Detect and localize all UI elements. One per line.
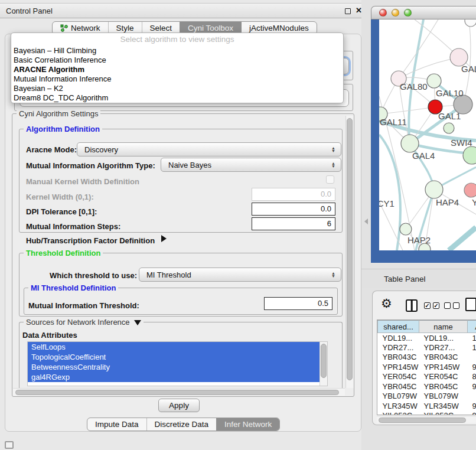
table-cell[interactable]: YDL19... bbox=[419, 333, 468, 343]
table-cell[interactable]: YBR045C bbox=[378, 381, 419, 392]
table-cell[interactable]: YBR043C bbox=[419, 353, 468, 363]
collapsed-panel-icon[interactable] bbox=[5, 441, 14, 449]
table-cell[interactable]: YER054C bbox=[378, 372, 419, 382]
manual-kernel-checkbox[interactable] bbox=[326, 175, 334, 184]
table-cell[interactable]: YBR045C bbox=[419, 381, 468, 392]
table-cell[interactable]: 9. bbox=[468, 381, 476, 392]
float-window-icon[interactable] bbox=[345, 8, 351, 14]
table-row[interactable]: YBL079WYBL079W bbox=[378, 392, 476, 402]
table-cell[interactable]: YIL052C bbox=[419, 411, 468, 416]
table-cell[interactable]: 13 bbox=[468, 333, 476, 343]
data-attributes-list[interactable]: SelfLoopsTopologicalCoefficientBetweenne… bbox=[27, 341, 328, 386]
network-node[interactable] bbox=[425, 181, 443, 198]
deselect-all-icon[interactable] bbox=[453, 302, 459, 309]
node-label: GAL4 bbox=[412, 151, 435, 161]
table-column-header[interactable]: name bbox=[419, 321, 468, 333]
table-cell[interactable]: 9. bbox=[468, 401, 476, 411]
table-cell[interactable]: YDR27... bbox=[378, 343, 419, 353]
network-node[interactable] bbox=[464, 183, 476, 197]
network-node[interactable] bbox=[444, 123, 454, 133]
hub-definition-label[interactable]: Hub/Transcription Factor Definition bbox=[26, 236, 155, 245]
settings-vertical-scrollbar[interactable] bbox=[345, 116, 354, 388]
zoom-traffic-icon[interactable] bbox=[404, 9, 412, 17]
mi-threshold-field[interactable]: 0.5 bbox=[264, 297, 332, 310]
table-cell[interactable]: 12 bbox=[468, 343, 476, 353]
algorithm-option[interactable]: Basic Correlation Inference bbox=[11, 56, 343, 65]
kernel-width-field[interactable]: 0.0 bbox=[252, 188, 335, 201]
chevron-updown-icon: ▲▼ bbox=[331, 146, 335, 152]
table-cell[interactable]: YPR145W bbox=[419, 362, 468, 372]
algorithm-option[interactable]: ARACNE Algorithm bbox=[11, 65, 343, 74]
table-cell[interactable]: 8. bbox=[468, 372, 476, 382]
network-node[interactable] bbox=[401, 135, 419, 152]
table-row[interactable]: YDL19...YDL19...13 bbox=[378, 333, 476, 343]
split-view-icon[interactable] bbox=[406, 299, 418, 312]
new-table-icon[interactable] bbox=[465, 298, 476, 311]
apply-button[interactable]: Apply bbox=[158, 399, 200, 412]
table-cell[interactable]: YER054C bbox=[419, 372, 468, 382]
tab-label: Select bbox=[150, 24, 172, 32]
data-attribute-item[interactable]: gal4RGexp bbox=[28, 372, 327, 382]
network-edge[interactable] bbox=[380, 107, 435, 114]
select-all-icon[interactable]: ✓ bbox=[424, 302, 431, 309]
table-row[interactable]: YPR145WYPR145W9. bbox=[378, 362, 476, 372]
deselect-all-icon[interactable] bbox=[444, 302, 451, 309]
table-row[interactable]: YBR045CYBR045C9. bbox=[378, 381, 476, 392]
aracne-mode-combo[interactable]: Discovery ▲▼ bbox=[77, 142, 341, 156]
data-attribute-item[interactable]: TopologicalCoefficient bbox=[28, 352, 327, 362]
table-cell[interactable]: 9. bbox=[468, 362, 476, 372]
table-cell[interactable]: YBR043C bbox=[378, 353, 419, 363]
table-row[interactable]: YER054CYER054C8. bbox=[378, 372, 476, 382]
minimize-traffic-icon[interactable] bbox=[392, 9, 399, 17]
table-cell[interactable] bbox=[468, 353, 476, 363]
table-cell[interactable]: YDR27... bbox=[419, 343, 468, 353]
close-traffic-icon[interactable] bbox=[379, 9, 387, 17]
network-edge[interactable] bbox=[449, 227, 476, 250]
algorithm-option[interactable]: Dream8 DC_TDC Algorithm bbox=[11, 93, 343, 103]
table-cell[interactable]: YIL052C bbox=[378, 411, 419, 416]
network-edge[interactable] bbox=[399, 57, 459, 79]
table-column-header[interactable]: shared... bbox=[378, 321, 419, 333]
triangle-right-icon[interactable] bbox=[161, 235, 167, 242]
data-attribute-item[interactable]: BetweennessCentrality bbox=[28, 362, 327, 372]
data-attribute-item[interactable]: SelfLoops bbox=[28, 342, 327, 352]
table-column-header[interactable]: A bbox=[468, 321, 476, 333]
mi-type-combo[interactable]: Naive Bayes ▲▼ bbox=[161, 158, 341, 172]
table-cell[interactable]: YPR145W bbox=[378, 362, 419, 372]
table-cell[interactable] bbox=[468, 392, 476, 402]
mi-steps-field[interactable]: 6 bbox=[252, 217, 335, 230]
tab-infer-network[interactable]: Infer Network bbox=[216, 418, 279, 431]
which-threshold-combo[interactable]: MI Threshold ▲▼ bbox=[139, 268, 341, 282]
table-cell[interactable]: YLR345W bbox=[419, 401, 468, 411]
table-row[interactable]: YIL052CYIL052C9 bbox=[378, 411, 476, 416]
tab-impute-data[interactable]: Impute Data bbox=[87, 418, 146, 431]
table-row[interactable]: YLR345WYLR345W9. bbox=[378, 401, 476, 411]
dpi-tolerance-field[interactable]: 0.0 bbox=[252, 203, 335, 216]
table-cell[interactable]: YBL079W bbox=[378, 392, 419, 402]
algorithm-option[interactable]: Bayesian – Hill Climbing bbox=[11, 46, 343, 56]
sources-group-title[interactable]: Sources for Network Inference bbox=[24, 318, 144, 327]
algorithm-option[interactable]: Mutual Information Inference bbox=[11, 74, 343, 84]
network-node[interactable] bbox=[465, 19, 476, 27]
network-window-titlebar[interactable] bbox=[371, 6, 476, 19]
network-node[interactable] bbox=[463, 146, 476, 164]
table-row[interactable]: YDR27...YDR27...12 bbox=[378, 343, 476, 353]
network-node[interactable] bbox=[427, 74, 441, 88]
table-cell[interactable]: YLR345W bbox=[378, 401, 419, 411]
table-panel-titlebar: Table Panel bbox=[361, 269, 476, 288]
attributes-list-scrollbar[interactable] bbox=[319, 342, 327, 386]
table-horizontal-scrollbar[interactable] bbox=[377, 416, 476, 423]
tab-discretize-data[interactable]: Discretize Data bbox=[146, 418, 217, 431]
table-cell[interactable]: YDL19... bbox=[378, 333, 419, 343]
network-view-canvas[interactable]: GALGAL80GAL10GAL1GAL11SWI4GAL4GCY1HAP4YH… bbox=[379, 19, 476, 250]
select-all-icon[interactable]: ✓ bbox=[433, 302, 439, 309]
table-cell[interactable]: YBL079W bbox=[419, 392, 468, 402]
network-node[interactable] bbox=[400, 223, 412, 235]
network-edge[interactable] bbox=[379, 135, 400, 250]
algorithm-option[interactable]: Bayesian – K2 bbox=[11, 84, 343, 93]
table-cell[interactable]: 9 bbox=[468, 411, 476, 416]
table-row[interactable]: YBR043CYBR043C bbox=[378, 353, 476, 363]
panel-divider-handle[interactable] bbox=[364, 219, 368, 224]
settings-horizontal-scrollbar[interactable] bbox=[13, 388, 345, 396]
gear-icon[interactable]: ⚙ bbox=[381, 296, 392, 311]
